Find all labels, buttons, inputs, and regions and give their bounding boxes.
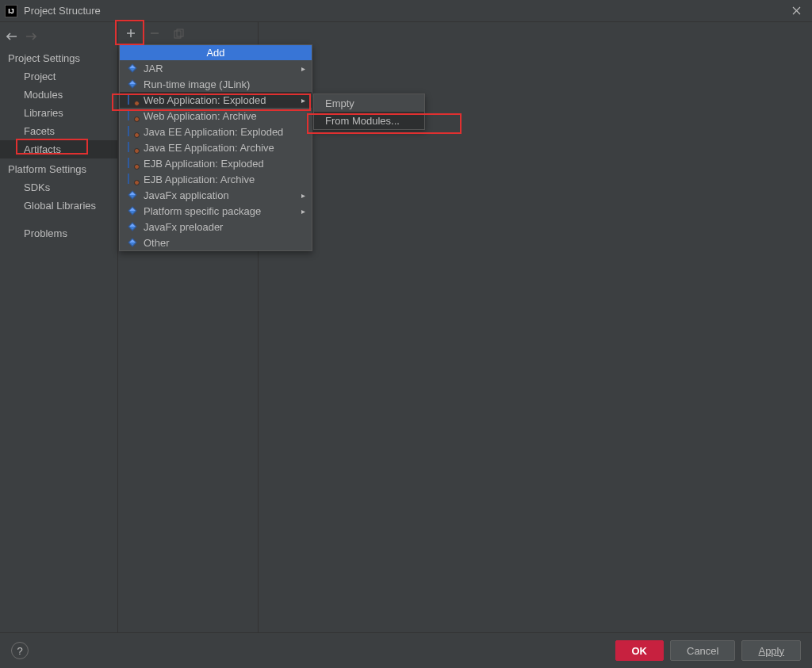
title-bar: IJ Project Structure (0, 0, 812, 22)
forward-icon (25, 30, 36, 43)
back-icon[interactable] (6, 30, 17, 43)
menu-item-label: Other (144, 237, 305, 249)
artifact-icon (126, 157, 139, 170)
copy-icon (172, 27, 185, 40)
menu-item-label: Run-time image (JLink) (144, 78, 305, 90)
project-settings-header: Project Settings (0, 48, 117, 67)
artifact-icon (126, 62, 139, 74)
sidebar: Project Settings Project Modules Librari… (0, 22, 118, 632)
artifact-icon (126, 125, 139, 138)
menu-item-other[interactable]: Other (120, 235, 312, 250)
menu-item-label: From Modules... (325, 115, 413, 127)
menu-item-javaee-archive[interactable]: Java EE Application: Archive (120, 139, 312, 155)
sidebar-item-facets[interactable]: Facets (0, 122, 117, 140)
window-title: Project Structure (24, 5, 785, 17)
nav-bar (0, 25, 117, 48)
menu-item-label: Java EE Application: Archive (144, 142, 305, 154)
web-app-exploded-submenu: Empty From Modules... (313, 94, 425, 130)
chevron-right-icon: ▸ (301, 191, 305, 200)
menu-item-javafx-preloader[interactable]: JavaFx preloader (120, 219, 312, 235)
menu-item-label: Empty (325, 97, 413, 109)
menu-item-ejb-exploded[interactable]: EJB Application: Exploded (120, 155, 312, 171)
artifacts-toolbar (118, 22, 258, 44)
help-icon[interactable]: ? (11, 642, 29, 659)
apply-button[interactable]: Apply (741, 640, 801, 661)
artifact-icon (126, 236, 139, 249)
sidebar-item-sdks[interactable]: SDKs (0, 178, 117, 197)
artifact-icon (126, 173, 139, 185)
menu-item-runtime-image[interactable]: Run-time image (JLink) (120, 76, 312, 92)
artifact-icon (126, 204, 139, 217)
menu-item-web-app-archive[interactable]: Web Application: Archive (120, 108, 312, 124)
menu-item-label: Java EE Application: Exploded (144, 126, 305, 138)
menu-item-label: Web Application: Archive (144, 110, 305, 122)
bottom-bar: ? OK Cancel Apply (0, 632, 812, 668)
chevron-right-icon: ▸ (301, 96, 305, 105)
chevron-right-icon: ▸ (301, 207, 305, 216)
remove-icon (148, 27, 161, 40)
cancel-button[interactable]: Cancel (670, 640, 735, 661)
submenu-item-from-modules[interactable]: From Modules... (314, 112, 424, 129)
artifact-icon (126, 220, 139, 233)
artifact-icon (126, 141, 139, 154)
chevron-right-icon: ▸ (301, 64, 305, 73)
sidebar-item-project[interactable]: Project (0, 67, 117, 86)
add-icon[interactable] (124, 27, 137, 40)
sidebar-item-modules[interactable]: Modules (0, 86, 117, 104)
platform-settings-header: Platform Settings (0, 158, 117, 178)
artifact-icon (126, 189, 139, 201)
menu-item-platform-package[interactable]: Platform specific package ▸ (120, 203, 312, 219)
submenu-item-empty[interactable]: Empty (314, 94, 424, 112)
artifact-icon (126, 94, 139, 106)
sidebar-item-problems[interactable]: Problems (0, 224, 117, 242)
menu-item-label: Web Application: Exploded (144, 94, 301, 106)
menu-item-javaee-exploded[interactable]: Java EE Application: Exploded (120, 124, 312, 139)
menu-item-label: EJB Application: Exploded (144, 158, 305, 170)
app-icon: IJ (5, 5, 17, 17)
menu-item-label: EJB Application: Archive (144, 174, 305, 185)
svg-rect-0 (174, 31, 181, 38)
menu-item-label: Platform specific package (144, 205, 301, 217)
menu-item-label: JavaFx application (144, 189, 301, 201)
menu-item-ejb-archive[interactable]: EJB Application: Archive (120, 171, 312, 187)
close-icon[interactable] (785, 3, 807, 19)
menu-item-label: JavaFx preloader (144, 221, 305, 233)
add-menu-header: Add (120, 45, 312, 60)
artifact-icon (126, 78, 139, 90)
menu-item-jar[interactable]: JAR ▸ (120, 60, 312, 76)
sidebar-item-global-libraries[interactable]: Global Libraries (0, 197, 117, 215)
ok-button[interactable]: OK (615, 640, 665, 661)
menu-item-label: JAR (144, 63, 301, 74)
menu-item-web-app-exploded[interactable]: Web Application: Exploded ▸ (120, 92, 312, 108)
sidebar-item-libraries[interactable]: Libraries (0, 104, 117, 122)
svg-rect-1 (177, 29, 183, 36)
menu-item-javafx-app[interactable]: JavaFx application ▸ (120, 187, 312, 203)
sidebar-item-artifacts[interactable]: Artifacts (0, 140, 117, 158)
add-artifact-menu: Add JAR ▸ Run-time image (JLink) Web App… (119, 44, 312, 251)
artifact-icon (126, 109, 139, 122)
